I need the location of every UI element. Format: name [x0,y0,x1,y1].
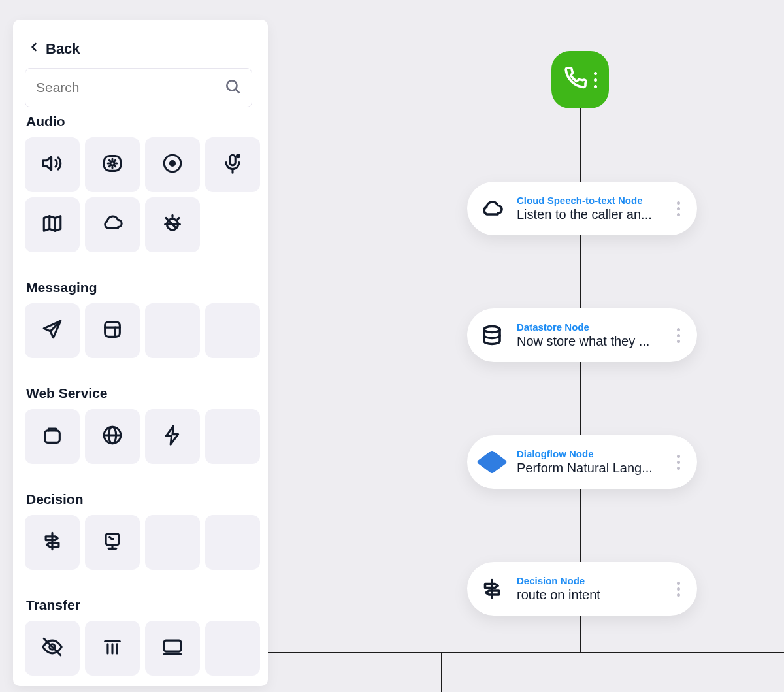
svg-marker-2 [43,157,52,170]
messaging-archive-tile[interactable] [85,303,140,358]
transfer-empty-tile[interactable] [205,621,260,676]
audio-tiles [25,137,252,252]
svg-line-16 [178,218,179,220]
section-title-transfer: Transfer [26,597,252,613]
transfer-hidden-tile[interactable] [25,621,80,676]
connector-line [580,616,581,653]
node-text: Decision Node route on intent [517,575,665,602]
flow-node-speech-to-text[interactable]: Cloud Speech-to-text Node Listen to the … [467,182,697,235]
node-description: route on intent [517,587,665,602]
transfer-tiles [25,621,252,676]
cloud-icon [101,212,123,237]
node-text: Cloud Speech-to-text Node Listen to the … [517,195,665,222]
connector-line [580,108,581,182]
flow-node-dialogflow[interactable]: Dialogflow Node Perform Natural Lang... [467,435,697,489]
connector-line [580,489,581,562]
decision-empty-tile-2[interactable] [205,515,260,570]
connector-line [580,362,581,435]
messaging-send-tile[interactable] [25,303,80,358]
sidebar: Back Audio [13,20,268,686]
node-title: Cloud Speech-to-text Node [517,195,665,206]
node-more-button[interactable] [673,324,684,347]
flow-node-decision[interactable]: Decision Node route on intent [467,562,697,616]
node-text: Dialogflow Node Perform Natural Lang... [517,448,665,476]
start-node[interactable] [551,51,609,108]
node-text: Datastore Node Now store what they ... [517,321,665,349]
dialogflow-icon [479,449,505,475]
node-more-button[interactable] [673,197,684,220]
webservice-globe-tile[interactable] [85,409,140,464]
messaging-empty-tile-2[interactable] [205,303,260,358]
svg-point-9 [237,155,240,157]
connector-line [580,235,581,308]
signpost-icon [41,530,63,555]
node-more-button[interactable] [673,451,684,474]
monitor-icon [161,636,184,661]
node-description: Listen to the caller an... [517,207,665,222]
transfer-columns-tile[interactable] [85,621,140,676]
audio-cloud-tile[interactable] [85,197,140,252]
svg-point-4 [110,161,114,165]
idea-icon [161,212,184,237]
decision-route-tile[interactable] [25,515,80,570]
decision-empty-tile-1[interactable] [145,515,200,570]
audio-mic-tile[interactable] [205,137,260,192]
columns-icon [101,636,123,661]
phone-desk-icon [101,530,123,555]
node-title: Datastore Node [517,321,665,333]
section-title-webservice: Web Service [26,386,252,401]
flow-canvas[interactable]: Cloud Speech-to-text Node Listen to the … [268,20,784,692]
svg-point-6 [170,161,174,165]
search-input[interactable] [36,80,224,95]
svg-rect-7 [230,155,236,165]
svg-point-37 [484,327,500,333]
webservice-package-tile[interactable] [25,409,80,464]
node-title: Decision Node [517,575,665,586]
globe-icon [101,424,123,449]
transfer-monitor-tile[interactable] [145,621,200,676]
messaging-empty-tile-1[interactable] [145,303,200,358]
section-title-messaging: Messaging [26,280,252,295]
eye-off-icon [41,636,63,661]
connector-line [268,652,442,653]
node-more-button[interactable] [673,578,684,601]
microphone-icon [221,152,244,177]
flow-node-datastore[interactable]: Datastore Node Now store what they ... [467,308,697,362]
chevron-left-icon [27,41,41,56]
webservice-tiles [25,409,252,464]
messaging-tiles [25,303,252,358]
svg-rect-18 [105,322,120,337]
audio-record-tile[interactable] [145,137,200,192]
audio-map-tile[interactable] [25,197,80,252]
svg-line-1 [236,90,239,93]
cloud-icon [479,195,505,222]
search-icon [224,78,241,97]
svg-line-15 [166,218,167,220]
section-title-audio: Audio [26,114,252,129]
node-description: Now store what they ... [517,334,665,349]
connector-line [441,652,442,692]
connector-line [442,652,784,653]
decision-phone-tile[interactable] [85,515,140,570]
player-gear-icon [101,152,123,177]
node-description: Perform Natural Lang... [517,461,665,476]
audio-speaker-tile[interactable] [25,137,80,192]
svg-rect-35 [164,640,181,651]
search-field[interactable] [25,68,252,107]
phone-icon [564,67,587,93]
zap-icon [161,424,184,449]
archive-icon [101,318,123,343]
audio-light-tile[interactable] [145,197,200,252]
start-node-more-icon[interactable] [594,72,597,88]
audio-settings-tile[interactable] [85,137,140,192]
webservice-empty-tile[interactable] [205,409,260,464]
record-icon [161,152,184,177]
package-icon [41,424,63,449]
map-icon [41,212,63,237]
signpost-icon [479,576,505,602]
node-title: Dialogflow Node [517,448,665,459]
back-label: Back [46,41,80,58]
back-button[interactable]: Back [25,35,83,68]
database-icon [479,322,505,348]
webservice-zap-tile[interactable] [145,409,200,464]
